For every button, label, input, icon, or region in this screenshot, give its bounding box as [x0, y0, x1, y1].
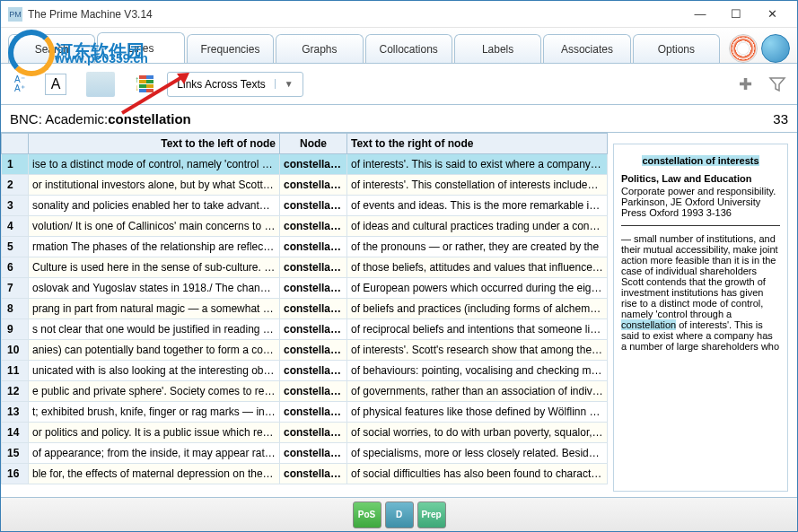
node-word: constellation — [280, 154, 347, 175]
table-row[interactable]: 7oslovak and Yugoslav states in 1918./ T… — [2, 278, 608, 299]
row-number: 12 — [2, 381, 29, 402]
right-context: of specialisms, more or less closely rel… — [347, 443, 608, 464]
row-number: 2 — [2, 175, 29, 196]
left-context: Culture is used here in the sense of sub… — [29, 257, 280, 278]
detail-body: — small number of institutions, and thei… — [621, 233, 780, 352]
watermark-url: www.pc0359.cn — [55, 51, 148, 65]
prep-button[interactable]: Prep — [417, 501, 446, 528]
left-context: s not clear that one would be justified … — [29, 319, 280, 340]
font-increase-icon: A⁺ — [14, 84, 25, 93]
dropdown-label: Links Across Texts — [168, 78, 274, 91]
search-term: constellation — [108, 111, 191, 126]
node-word: constellation — [280, 196, 347, 216]
left-context: ble for, the effects of maternal depress… — [29, 464, 280, 484]
detail-panel: constellation of interests Politics, Law… — [613, 144, 788, 492]
minimize-button[interactable]: — — [682, 1, 718, 28]
filter-button[interactable] — [765, 72, 790, 97]
detail-body-pre: — small number of institutions, and thei… — [621, 233, 778, 319]
row-number: 5 — [2, 237, 29, 257]
right-context: of events and ideas. This is the more re… — [347, 196, 608, 216]
tab-graphs[interactable]: Graphs — [276, 34, 363, 63]
font-decrease-icon: A⁻ — [14, 75, 25, 84]
font-a-icon: A — [45, 74, 67, 95]
bottom-toolbar: PoS D Prep — [1, 497, 797, 531]
left-context: or politics and policy. It is a public i… — [29, 423, 280, 443]
left-context: ise to a distinct mode of control, namel… — [29, 154, 280, 175]
table-row[interactable]: 10anies) can potentially band together t… — [2, 340, 608, 361]
node-word: constellation — [280, 402, 347, 423]
table-row[interactable]: 4volution/ It is one of Callinicos' main… — [2, 216, 608, 237]
node-word: constellation — [280, 299, 347, 319]
node-word: constellation — [280, 175, 347, 196]
table-row[interactable]: 1ise to a distinct mode of control, name… — [2, 154, 608, 175]
detail-title-hl: constellation — [642, 155, 703, 166]
table-row[interactable]: 8prang in part from natural magic — a so… — [2, 299, 608, 319]
detail-meta: Corporate power and responsibility. Park… — [621, 186, 780, 218]
tab-associates[interactable]: Associates — [543, 34, 630, 63]
table-row[interactable]: 3sonality and policies enabled her to ta… — [2, 196, 608, 216]
row-number: 8 — [2, 299, 29, 319]
d-button[interactable]: D — [385, 501, 414, 528]
node-word: constellation — [280, 216, 347, 237]
folder-gear-icon — [86, 72, 115, 97]
col-left[interactable]: Text to the left of node — [29, 134, 280, 154]
left-context: rmation The phases of the relationship a… — [29, 237, 280, 257]
left-context: or institutional investors alone, but by… — [29, 175, 280, 196]
tab-frequencies[interactable]: Frequencies — [187, 34, 274, 63]
add-button[interactable]: ✚ — [732, 72, 758, 97]
table-row[interactable]: 9s not clear that one would be justified… — [2, 319, 608, 340]
left-context: sonality and policies enabled her to tak… — [29, 196, 280, 216]
tab-options[interactable]: Options — [633, 34, 720, 63]
node-word: constellation — [280, 319, 347, 340]
left-context: t; exhibited brush, knife, finger or rag… — [29, 402, 280, 423]
concordance-table: Text to the left of node Node Text to th… — [1, 133, 608, 502]
row-number: 11 — [2, 361, 29, 381]
table-row[interactable]: 2or institutional investors alone, but b… — [2, 175, 608, 196]
tab-collocations[interactable]: Collocations — [365, 34, 452, 63]
table-row[interactable]: 14or politics and policy. It is a public… — [2, 423, 608, 443]
row-number: 7 — [2, 278, 29, 299]
right-context: of beliefs and practices (including form… — [347, 299, 608, 319]
right-context: of reciprocal beliefs and intentions tha… — [347, 319, 608, 340]
table-row[interactable]: 13t; exhibited brush, knife, finger or r… — [2, 402, 608, 423]
divider — [621, 225, 780, 226]
links-dropdown[interactable]: Links Across Texts ▼ — [167, 72, 303, 97]
chevron-down-icon[interactable]: ▼ — [275, 79, 303, 89]
table-row[interactable]: 11unicated with is also looking at the i… — [2, 361, 608, 381]
col-right[interactable]: Text to the right of node — [347, 134, 608, 154]
right-context: of physical features like those defined … — [347, 402, 608, 423]
node-word: constellation — [280, 443, 347, 464]
right-context: of the pronouns — or rather, they are cr… — [347, 237, 608, 257]
node-word: constellation — [280, 381, 347, 402]
detail-topic: Politics, Law and Education — [621, 173, 780, 184]
table-row[interactable]: 12e public and private sphere'. Society … — [2, 381, 608, 402]
close-button[interactable]: ✕ — [754, 1, 790, 28]
node-word: constellation — [280, 237, 347, 257]
col-node[interactable]: Node — [280, 134, 347, 154]
help-icon[interactable] — [729, 34, 758, 63]
pos-button[interactable]: PoS — [353, 501, 381, 528]
node-word: constellation — [280, 464, 347, 484]
table-row[interactable]: 16ble for, the effects of maternal depre… — [2, 464, 608, 484]
maximize-button[interactable]: ☐ — [718, 1, 754, 28]
globe-icon[interactable] — [761, 34, 790, 63]
sort-icon: ↑↓ — [135, 75, 153, 92]
right-context: of social worries, to do with urban pove… — [347, 423, 608, 443]
row-number: 4 — [2, 216, 29, 237]
row-number: 3 — [2, 196, 29, 216]
row-number: 16 — [2, 464, 29, 484]
detail-title-post: of interests — [703, 155, 759, 166]
tab-labels[interactable]: Labels — [454, 34, 541, 63]
table-row[interactable]: 6Culture is used here in the sense of su… — [2, 257, 608, 278]
corpus-label: BNC: Academic: — [10, 111, 108, 126]
result-header: BNC: Academic: constellation 33 — [1, 105, 797, 132]
table-row[interactable]: 15of appearance; from the inside, it may… — [2, 443, 608, 464]
table-row[interactable]: 5rmation The phases of the relationship … — [2, 237, 608, 257]
left-context: e public and private sphere'. Society co… — [29, 381, 280, 402]
right-context: of interests'. This is said to exist whe… — [347, 154, 608, 175]
node-word: constellation — [280, 278, 347, 299]
left-context: unicated with is also looking at the int… — [29, 361, 280, 381]
node-word: constellation — [280, 361, 347, 381]
titlebar: PM The Prime Machine V3.14 — ☐ ✕ — [1, 1, 797, 28]
col-number[interactable] — [2, 134, 29, 154]
